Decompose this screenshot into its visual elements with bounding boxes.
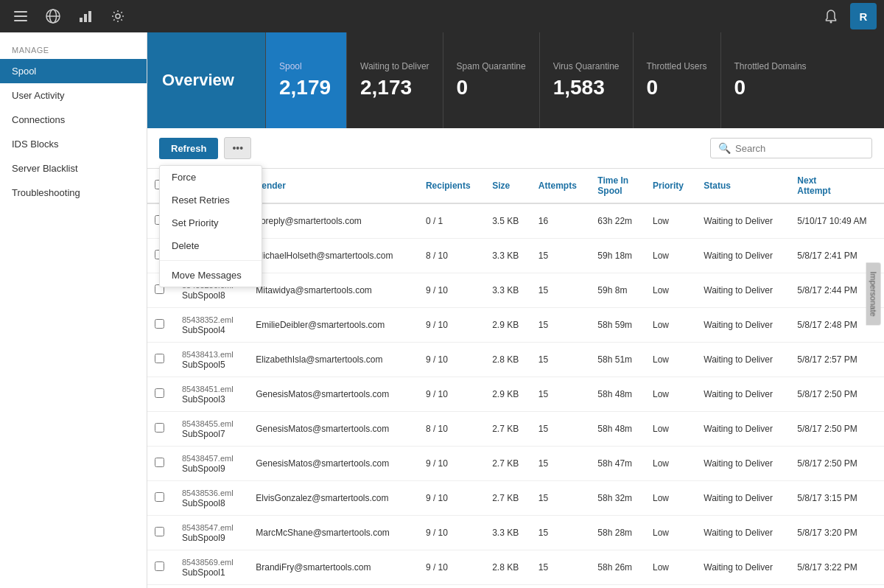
sidebar-item-ids-blocks[interactable]: IDS Blocks <box>0 132 147 156</box>
row-select-6[interactable] <box>155 423 164 433</box>
table-row: 85438455.emlSubSpool7 GenesisMatos@smart… <box>147 412 884 447</box>
dropdown-delete[interactable]: Delete <box>160 234 262 257</box>
user-avatar[interactable]: R <box>850 3 877 29</box>
dropdown-move-messages[interactable]: Move Messages <box>160 264 262 287</box>
row-time-in-spool: 59h 18m <box>590 239 645 273</box>
row-checkbox[interactable] <box>147 585 175 589</box>
hamburger-icon[interactable] <box>7 3 34 29</box>
row-next-attempt: 5/8/17 2:50 PM <box>790 412 884 447</box>
row-next-attempt: 5/8/17 3:13 PM <box>790 585 884 589</box>
row-time-in-spool: 58h 47m <box>590 447 645 481</box>
row-sender: GenesisMatos@smartertools.com <box>248 447 418 481</box>
svg-point-9 <box>116 14 120 18</box>
row-select-9[interactable] <box>155 527 164 536</box>
row-sender: GenesisMatos@smartertools.com <box>248 377 418 412</box>
sidebar-item-troubleshooting[interactable]: Troubleshooting <box>0 181 147 205</box>
row-priority: Low <box>645 481 696 516</box>
stat-waiting-label: Waiting to Deliver <box>360 61 429 71</box>
gear-icon[interactable] <box>105 3 131 29</box>
row-select-5[interactable] <box>155 388 164 398</box>
search-box: 🔍 <box>710 138 872 158</box>
row-select-3[interactable] <box>155 319 164 329</box>
row-attempts: 15 <box>531 308 591 343</box>
col-size[interactable]: Size <box>485 169 531 203</box>
col-attempts[interactable]: Attempts <box>531 169 591 203</box>
stat-virus-label: Virus Quarantine <box>553 61 620 71</box>
sidebar-item-user-activity[interactable]: User Activity <box>0 83 147 108</box>
stat-spool: Spool 2,179 <box>265 32 346 128</box>
sidebar: Manage Spool User Activity Connections I… <box>0 32 147 588</box>
row-sender: GenesisMatos@smartertools.com <box>248 412 418 447</box>
row-next-attempt: 5/8/17 2:50 PM <box>790 377 884 412</box>
row-attempts: 15 <box>531 447 591 481</box>
col-recipients[interactable]: Recipients <box>418 169 485 203</box>
table-row: 85438457.emlSubSpool9 GenesisMatos@smart… <box>147 447 884 481</box>
stats-bar: Overview Spool 2,179 Waiting to Deliver … <box>147 32 884 128</box>
col-next-attempt[interactable]: NextAttempt <box>790 169 884 203</box>
row-size: 2.7 KB <box>485 447 531 481</box>
table-row: 85438451.emlSubSpool3 GenesisMatos@smart… <box>147 377 884 412</box>
row-status: Waiting to Deliver <box>696 516 790 550</box>
svg-rect-8 <box>88 11 91 22</box>
row-size: 3.3 KB <box>485 516 531 550</box>
more-options-button[interactable]: ••• <box>224 137 251 159</box>
row-select-8[interactable] <box>155 492 164 502</box>
row-select-4[interactable] <box>155 354 164 363</box>
row-priority: Low <box>645 412 696 447</box>
row-spool-path: 85438451.emlSubSpool3 <box>175 377 248 412</box>
sidebar-item-server-blacklist[interactable]: Server Blacklist <box>0 156 147 181</box>
row-status: Waiting to Deliver <box>696 377 790 412</box>
row-select-10[interactable] <box>155 561 164 571</box>
dropdown-reset-retries[interactable]: Reset Retries <box>160 189 262 211</box>
globe-icon[interactable] <box>40 3 66 29</box>
row-status: Waiting to Deliver <box>696 481 790 516</box>
row-sender: MarcMcShane@smartertools.com <box>248 516 418 550</box>
row-checkbox[interactable] <box>147 377 175 412</box>
stat-throttled-domains-label: Throttled Domains <box>734 61 807 71</box>
col-priority[interactable]: Priority <box>645 169 696 203</box>
refresh-button[interactable]: Refresh <box>159 138 218 159</box>
row-status: Waiting to Deliver <box>696 447 790 481</box>
impersonate-tab[interactable]: Impersonate <box>866 262 880 325</box>
row-checkbox[interactable] <box>147 516 175 550</box>
chart-icon[interactable] <box>72 3 99 29</box>
sidebar-item-spool[interactable]: Spool <box>0 59 147 83</box>
row-checkbox[interactable] <box>147 412 175 447</box>
row-recipients: 8 / 10 <box>418 239 485 273</box>
table-row: 85438536.emlSubSpool8 ElvisGonzalez@smar… <box>147 481 884 516</box>
search-input[interactable] <box>735 143 864 154</box>
stat-throttled-users-label: Throttled Users <box>647 61 707 71</box>
row-time-in-spool: 59h 8m <box>590 273 645 308</box>
row-size: 2.7 KB <box>485 412 531 447</box>
row-select-7[interactable] <box>155 458 164 467</box>
col-sender[interactable]: Sender <box>248 169 418 203</box>
row-checkbox[interactable] <box>147 481 175 516</box>
row-checkbox[interactable] <box>147 550 175 585</box>
row-attempts: 15 <box>531 481 591 516</box>
dropdown-force[interactable]: Force <box>160 166 262 189</box>
dropdown-set-priority[interactable]: Set Priority <box>160 211 262 234</box>
svg-rect-2 <box>14 20 27 21</box>
row-attempts: 16 <box>531 203 591 239</box>
bell-icon[interactable] <box>818 3 844 29</box>
stat-waiting-value: 2,173 <box>360 76 429 99</box>
sidebar-item-connections[interactable]: Connections <box>0 108 147 132</box>
row-sender: ElizabethIsla@smartertools.com <box>248 343 418 377</box>
main-layout: Manage Spool User Activity Connections I… <box>0 32 884 588</box>
row-status: Waiting to Deliver <box>696 239 790 273</box>
stat-throttled-domains: Throttled Domains 0 <box>720 32 820 128</box>
row-next-attempt: 5/8/17 3:15 PM <box>790 481 884 516</box>
row-recipients: 9 / 10 <box>418 550 485 585</box>
row-checkbox[interactable] <box>147 447 175 481</box>
row-time-in-spool: 63h 22m <box>590 203 645 239</box>
row-recipients: 9 / 10 <box>418 481 485 516</box>
overview-label: Overview <box>147 32 265 128</box>
row-priority: Low <box>645 377 696 412</box>
col-time-in-spool[interactable]: Time InSpool <box>590 169 645 203</box>
row-spool-path: 85438569.emlSubSpool1 <box>175 550 248 585</box>
stat-spam-label: Spam Quarantine <box>457 61 526 71</box>
row-checkbox[interactable] <box>147 343 175 377</box>
row-sender: Mitawidya@smartertools.com <box>248 273 418 308</box>
row-checkbox[interactable] <box>147 308 175 343</box>
col-status[interactable]: Status <box>696 169 790 203</box>
